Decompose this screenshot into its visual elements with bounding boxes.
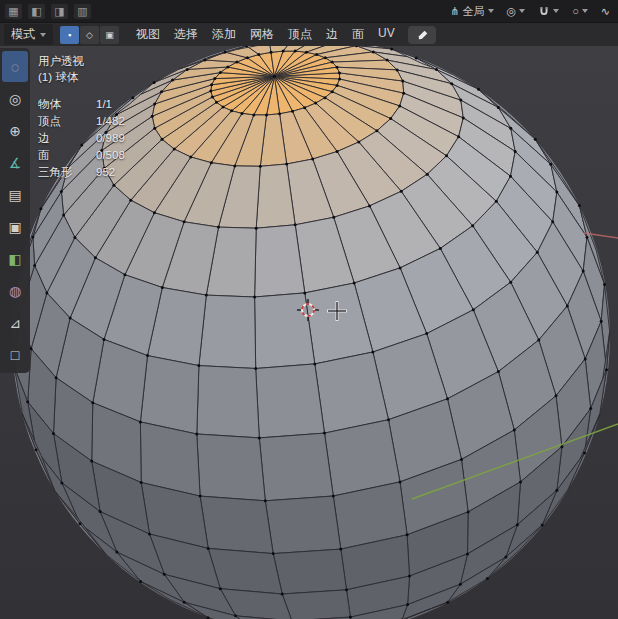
menu-7[interactable]: UV	[371, 24, 402, 45]
transform-tool[interactable]: ⊿	[2, 307, 28, 338]
menu-3[interactable]: 网格	[243, 24, 281, 45]
menu-0[interactable]: 视图	[129, 24, 167, 45]
edge-select-button[interactable]: ◇	[80, 26, 99, 44]
move-tool[interactable]: ⊕	[2, 115, 28, 146]
menu-1[interactable]: 选择	[167, 24, 205, 45]
falloff-curve-icon: ∿	[601, 6, 610, 17]
cursor-tool[interactable]: ◎	[2, 83, 28, 114]
active-tool-button[interactable]	[408, 26, 436, 44]
pivot-point-icon: ◎	[507, 6, 517, 17]
stat-row-1: 顶点1/482	[38, 113, 125, 130]
snap-dropdown[interactable]	[535, 4, 562, 18]
mode-label: 模式	[11, 26, 35, 43]
menu-4[interactable]: 顶点	[281, 24, 319, 45]
misc-tool[interactable]: □	[2, 339, 28, 370]
proportional-edit-toggle[interactable]: ○	[569, 5, 591, 18]
tool-shelf: ◌◎⊕∡▤▣◧◍⊿□	[0, 48, 30, 373]
transform-orientation-dropdown[interactable]: ⋔ 全局	[447, 3, 496, 20]
topbar: ▦◧◨▥ ⋔ 全局 ◎ ○ ∿	[0, 0, 618, 22]
menu-5[interactable]: 边	[319, 24, 345, 45]
stat-row-0: 物体1/1	[38, 96, 125, 113]
proportional-edit-icon: ○	[572, 6, 579, 17]
chevron-down-icon	[553, 9, 559, 13]
chevron-down-icon	[582, 9, 588, 13]
vertex-select-button[interactable]: ▪	[60, 26, 79, 44]
stat-row-3: 面0/508	[38, 147, 125, 164]
mode-dropdown[interactable]: 模式	[4, 24, 53, 45]
menu-6[interactable]: 面	[345, 24, 371, 45]
menu-bar: 视图选择添加网格顶点边面UV	[129, 24, 402, 45]
stat-row-4: 三角形952	[38, 164, 125, 181]
topbar-right: ⋔ 全局 ◎ ○ ∿	[447, 3, 613, 20]
viewport-header: 模式 ▪◇▣ 视图选择添加网格顶点边面UV	[0, 22, 618, 46]
chevron-down-icon	[40, 33, 46, 37]
workspace-icon-2[interactable]: ◨	[51, 4, 68, 19]
viewport-overlay-text: 用户透视 (1) 球体 物体1/1顶点1/482边0/989面0/508三角形9…	[38, 53, 125, 181]
stat-row-2: 边0/989	[38, 130, 125, 147]
chevron-down-icon	[519, 9, 525, 13]
inset-tool[interactable]: ◍	[2, 275, 28, 306]
annotate-tool[interactable]: ▤	[2, 179, 28, 210]
face-select-button[interactable]: ▣	[100, 26, 119, 44]
3d-viewport[interactable]: ◌◎⊕∡▤▣◧◍⊿□ 用户透视 (1) 球体 物体1/1顶点1/482边0/98…	[0, 46, 618, 619]
orientation-label: 全局	[463, 4, 485, 19]
stats-panel: 物体1/1顶点1/482边0/989面0/508三角形952	[38, 96, 125, 181]
object-label: (1) 球体	[38, 69, 125, 85]
topbar-left-icons: ▦◧◨▥	[5, 4, 91, 19]
orientation-axes-icon: ⋔	[450, 6, 459, 17]
select-mode-group: ▪◇▣	[60, 26, 119, 44]
proportional-falloff-dropdown[interactable]: ∿	[598, 5, 613, 18]
workspace-icon-3[interactable]: ▥	[74, 4, 91, 19]
measure-tool[interactable]: ∡	[2, 147, 28, 178]
extrude-tool[interactable]: ◧	[2, 243, 28, 274]
add-cube-tool[interactable]: ▣	[2, 211, 28, 242]
tweak-select-tool[interactable]: ◌	[2, 51, 28, 82]
pivot-point-dropdown[interactable]: ◎	[504, 5, 529, 18]
view-label: 用户透视	[38, 53, 125, 69]
chevron-down-icon	[488, 9, 494, 13]
menu-2[interactable]: 添加	[205, 24, 243, 45]
editor-type-icon[interactable]: ▦	[5, 4, 22, 19]
snap-magnet-icon	[538, 5, 550, 17]
annotate-pen-icon	[416, 29, 429, 42]
workspace-icon-1[interactable]: ◧	[28, 4, 45, 19]
